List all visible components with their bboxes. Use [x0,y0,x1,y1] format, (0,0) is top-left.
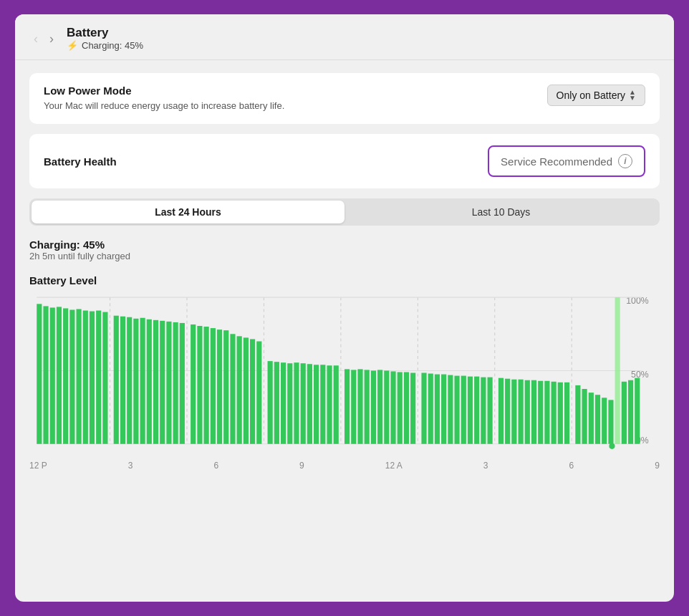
svg-rect-63 [384,371,389,444]
low-power-right: Only on Battery ▲ ▼ [547,85,645,106]
page-title: Battery [67,26,143,40]
svg-rect-22 [96,311,101,444]
x-axis-labels: 12 P 3 6 9 12 A 3 6 9 [29,458,660,471]
svg-rect-30 [153,320,158,444]
time-label-12am: 12 A [385,461,403,471]
svg-rect-70 [435,375,440,444]
svg-rect-89 [564,382,569,444]
svg-rect-18 [69,310,74,444]
svg-rect-33 [173,322,178,444]
svg-rect-58 [351,370,356,444]
svg-rect-87 [551,382,556,444]
svg-rect-21 [90,312,95,444]
svg-rect-94 [602,398,607,443]
svg-rect-53 [314,365,319,444]
svg-rect-23 [102,312,107,444]
svg-rect-48 [281,362,286,444]
battery-window: ‹ › Battery ⚡ Charging: 45% Low Power Mo… [15,14,674,602]
svg-rect-73 [454,376,459,444]
chart-container: 100% 50% 0% [29,294,660,471]
svg-rect-28 [140,318,145,444]
svg-rect-88 [558,382,563,444]
svg-rect-61 [371,371,376,444]
svg-rect-67 [410,373,415,444]
svg-rect-78 [488,377,493,444]
svg-rect-71 [441,375,446,444]
svg-rect-20 [83,311,88,444]
svg-rect-95 [608,400,613,444]
svg-rect-43 [244,338,249,444]
battery-health-row: Battery Health Service Recommended i [44,145,645,177]
low-power-title: Low Power Mode [44,85,284,97]
time-label-3a: 3 [128,461,133,471]
main-content: Low Power Mode Your Mac will reduce ener… [15,60,674,274]
svg-rect-52 [307,364,312,444]
battery-health-label: Battery Health [44,155,117,168]
charging-icon: ⚡ [67,40,78,51]
svg-rect-96 [615,297,620,444]
svg-rect-46 [268,361,273,444]
svg-rect-57 [344,370,350,444]
time-label-9p: 9 [655,461,660,471]
svg-rect-13 [37,304,42,444]
svg-rect-32 [166,322,171,444]
svg-rect-86 [544,381,549,444]
low-power-selector[interactable]: Only on Battery ▲ ▼ [547,85,645,106]
svg-rect-79 [498,378,504,444]
time-label-12p: 12 P [29,461,47,471]
time-label-6p: 6 [569,461,574,471]
svg-rect-35 [191,324,196,444]
svg-rect-76 [474,377,479,444]
svg-rect-60 [365,370,370,444]
svg-rect-34 [180,323,185,444]
svg-rect-50 [294,362,299,444]
svg-rect-99 [635,378,640,444]
nav-buttons: ‹ › [29,31,58,47]
time-label-6a: 6 [213,461,218,471]
back-button[interactable]: ‹ [29,31,42,47]
svg-rect-26 [127,317,132,444]
service-recommended-badge[interactable]: Service Recommended i [488,145,645,177]
svg-rect-16 [57,307,62,444]
low-power-left: Low Power Mode Your Mac will reduce ener… [44,85,284,112]
svg-rect-77 [481,377,486,444]
svg-rect-36 [197,326,202,444]
info-icon[interactable]: i [618,154,632,168]
selector-label: Only on Battery [556,90,626,101]
low-power-description: Your Mac will reduce energy usage to inc… [44,100,284,112]
time-label-3p: 3 [483,461,488,471]
svg-rect-51 [301,363,306,444]
svg-rect-27 [133,319,138,444]
svg-rect-41 [230,334,235,443]
svg-rect-40 [223,330,228,444]
svg-rect-19 [76,309,81,444]
low-power-card: Low Power Mode Your Mac will reduce ener… [29,73,660,124]
page-subtitle: ⚡ Charging: 45% [67,40,143,51]
svg-rect-45 [256,342,261,444]
svg-rect-65 [398,372,403,444]
svg-rect-72 [448,375,453,444]
svg-rect-90 [575,385,580,444]
charging-subtitle: 2h 5m until fully charged [29,251,660,261]
forward-button[interactable]: › [45,31,58,47]
svg-rect-62 [377,370,382,444]
svg-rect-37 [204,327,209,444]
svg-rect-97 [622,382,627,444]
svg-rect-47 [274,362,279,444]
svg-rect-39 [217,329,222,444]
charging-title: Charging: 45% [29,239,660,251]
tab-last-10-days[interactable]: Last 10 Days [344,201,657,223]
svg-rect-81 [511,380,516,444]
tab-last-24-hours[interactable]: Last 24 Hours [32,201,344,223]
battery-health-card: Battery Health Service Recommended i [29,134,660,188]
svg-rect-49 [287,363,292,444]
low-power-row: Low Power Mode Your Mac will reduce ener… [44,85,645,112]
svg-rect-25 [120,317,125,444]
svg-rect-69 [428,374,433,444]
title-bar: ‹ › Battery ⚡ Charging: 45% [15,14,674,60]
svg-rect-91 [582,389,587,444]
svg-rect-29 [147,319,152,444]
svg-rect-31 [160,321,165,444]
svg-point-100 [609,443,615,449]
svg-rect-64 [390,372,395,444]
